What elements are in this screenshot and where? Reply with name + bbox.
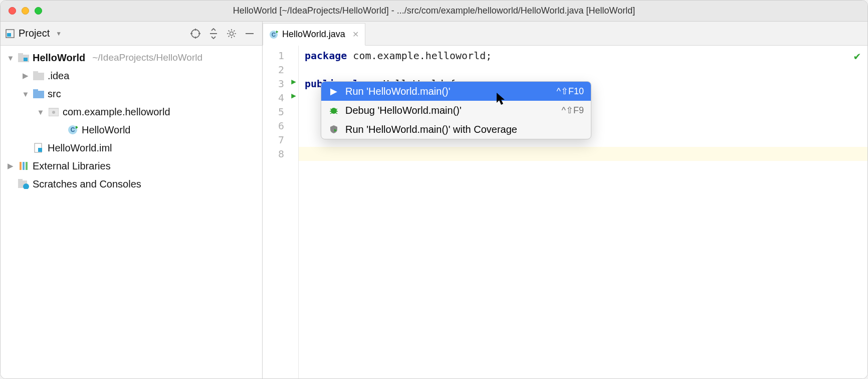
tree-item-label: com.example.helloworld	[63, 106, 170, 118]
code-content[interactable]: package com.example.helloworld; public c…	[299, 46, 867, 378]
svg-line-47	[336, 113, 337, 114]
menu-item-label: Debug 'HelloWorld.main()'	[345, 105, 556, 116]
svg-rect-33	[23, 162, 25, 170]
menu-item-shortcut: ^⇧F10	[557, 86, 584, 97]
tree-item-scratches[interactable]: Scratches and Consoles	[1, 175, 262, 193]
source-folder-icon	[33, 89, 45, 99]
svg-point-8	[230, 32, 234, 35]
svg-marker-49	[497, 93, 505, 105]
coverage-icon	[328, 125, 339, 134]
arrow-right-icon: ▶	[7, 161, 15, 170]
line-number: 7	[263, 133, 284, 147]
tree-item-label: HelloWorld	[82, 124, 130, 136]
window-maximize-button[interactable]	[35, 7, 42, 15]
svg-line-15	[234, 30, 235, 31]
chevron-down-icon: ▼	[56, 30, 62, 37]
menu-item-run[interactable]: ▶ Run 'HelloWorld.main()' ^⇧F10	[321, 82, 591, 101]
traffic-lights	[9, 7, 42, 15]
svg-rect-24	[33, 89, 38, 92]
menu-item-label: Run 'HelloWorld.main()'	[345, 86, 551, 97]
svg-rect-31	[38, 148, 42, 152]
java-class-icon: C	[269, 30, 278, 39]
line-number: 5	[263, 105, 284, 119]
arrow-down-icon: ▼	[37, 108, 45, 116]
svg-rect-36	[18, 179, 23, 181]
code-editor[interactable]: 1 2 3 4 5 6 7 8 ▶ ▶ package com.example.…	[263, 46, 867, 378]
tree-item-external-libraries[interactable]: ▶ External Libraries	[1, 157, 262, 175]
svg-rect-34	[26, 162, 28, 170]
context-menu: ▶ Run 'HelloWorld.main()' ^⇧F10 Debug 'H…	[321, 81, 591, 139]
menu-item-label: Run 'HelloWorld.main()' with Coverage	[345, 124, 584, 135]
editor-tabbar: C HelloWorld.java ✕	[263, 22, 867, 46]
svg-text:C: C	[272, 32, 276, 38]
menu-item-run-coverage[interactable]: Run 'HelloWorld.main()' with Coverage	[321, 120, 591, 139]
run-gutter-icon[interactable]: ▶	[291, 77, 296, 86]
java-class-icon: C	[67, 125, 79, 135]
svg-rect-17	[246, 33, 254, 34]
run-gutter-icon[interactable]: ▶	[291, 91, 296, 100]
line-number: 8	[263, 147, 284, 161]
svg-rect-21	[33, 73, 44, 80]
menu-item-shortcut: ^⇧F9	[562, 105, 584, 116]
tree-item-idea[interactable]: ▶ .idea	[1, 67, 262, 85]
project-panel: Project ▼ ▼ HelloWorld	[1, 22, 263, 378]
arrow-down-icon: ▼	[7, 54, 15, 62]
svg-line-14	[234, 36, 235, 37]
svg-rect-19	[18, 53, 23, 56]
locate-icon[interactable]	[188, 26, 203, 41]
line-number: 2	[263, 63, 284, 77]
libraries-icon	[18, 161, 30, 171]
editor-tab[interactable]: C HelloWorld.java ✕	[263, 23, 365, 46]
svg-rect-23	[33, 91, 44, 98]
line-number: 3	[263, 77, 284, 91]
svg-line-13	[229, 30, 230, 31]
arrow-down-icon: ▼	[22, 90, 30, 98]
inspection-ok-icon[interactable]: ✔	[854, 50, 860, 62]
project-panel-label: Project	[19, 28, 50, 39]
arrow-right-icon: ▶	[22, 71, 30, 80]
tree-root[interactable]: ▼ HelloWorld ~/IdeaProjects/HelloWorld	[1, 49, 262, 67]
hide-panel-icon[interactable]	[242, 26, 257, 41]
editor-gutter: 1 2 3 4 5 6 7 8 ▶ ▶	[263, 46, 299, 378]
code-keyword: package	[305, 50, 347, 62]
tree-item-label: src	[48, 88, 61, 100]
iml-file-icon	[33, 143, 45, 153]
module-folder-icon	[18, 53, 30, 63]
svg-line-46	[330, 113, 332, 114]
editor-area: C HelloWorld.java ✕ 1 2 3 4 5 6 7 8 ▶ ▶	[263, 22, 867, 378]
gear-icon[interactable]	[224, 26, 239, 41]
window-title: HelloWorld [~/IdeaProjects/HelloWorld] -…	[233, 6, 635, 16]
tree-item-package[interactable]: ▼ com.example.helloworld	[1, 103, 262, 121]
project-panel-title[interactable]: Project ▼	[6, 28, 62, 39]
tree-item-label: Scratches and Consoles	[33, 178, 141, 190]
line-number: 1	[263, 49, 284, 63]
package-icon	[48, 107, 60, 117]
run-icon: ▶	[328, 86, 339, 97]
folder-icon	[33, 71, 45, 81]
bug-icon	[328, 106, 339, 115]
tree-item-class[interactable]: C HelloWorld	[1, 121, 262, 139]
svg-line-16	[229, 36, 230, 37]
main-area: Project ▼ ▼ HelloWorld	[1, 22, 867, 378]
code-text: com.example.helloworld;	[347, 50, 492, 62]
tree-root-label: HelloWorld	[33, 52, 85, 64]
window-close-button[interactable]	[9, 7, 16, 15]
tree-item-src[interactable]: ▼ src	[1, 85, 262, 103]
project-panel-header: Project ▼	[1, 22, 262, 46]
svg-rect-32	[20, 162, 22, 170]
tree-item-iml[interactable]: HelloWorld.iml	[1, 139, 262, 157]
scratches-icon	[18, 179, 30, 189]
svg-rect-20	[24, 58, 28, 61]
mouse-cursor-icon	[497, 93, 507, 106]
svg-rect-22	[33, 71, 38, 74]
project-tree: ▼ HelloWorld ~/IdeaProjects/HelloWorld ▶…	[1, 46, 262, 193]
svg-point-2	[191, 30, 199, 38]
expand-collapse-icon[interactable]	[206, 26, 221, 41]
tab-close-icon[interactable]: ✕	[352, 30, 359, 39]
window-minimize-button[interactable]	[22, 7, 29, 15]
menu-item-debug[interactable]: Debug 'HelloWorld.main()' ^⇧F9	[321, 101, 591, 120]
tree-item-label: External Libraries	[33, 160, 111, 172]
svg-text:C: C	[71, 126, 75, 133]
line-number: 6	[263, 119, 284, 133]
tree-item-label: HelloWorld.iml	[48, 142, 112, 154]
